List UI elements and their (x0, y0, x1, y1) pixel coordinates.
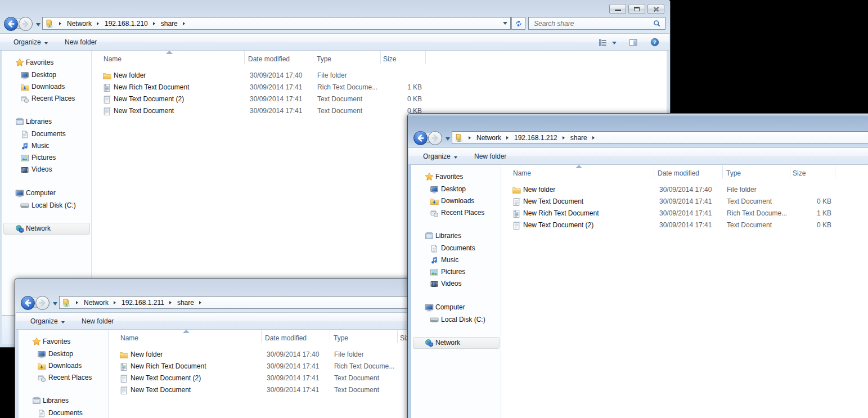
col-size[interactable]: Size (383, 55, 396, 63)
nav-Recent Places[interactable]: Recent Places (19, 372, 108, 384)
nav-Pictures[interactable]: Pictures (411, 267, 501, 278)
refresh[interactable] (511, 17, 525, 30)
nav-Documents[interactable]: Documents (19, 408, 108, 418)
back[interactable] (4, 17, 18, 31)
nav-Local Disk (C:)[interactable]: Local Disk (C:) (2, 200, 91, 212)
file-New folder[interactable]: New folder30/09/2014 17:40File folder (502, 185, 868, 196)
organize[interactable]: Organize (30, 317, 58, 325)
address-bar[interactable]: Network192.168.1.210share (42, 17, 511, 30)
new-folder[interactable]: New folder (474, 152, 506, 160)
nav-Computer[interactable]: Computer (411, 302, 501, 314)
nav-Local Disk (C:)[interactable]: Local Disk (C:) (411, 314, 501, 326)
crumb-share[interactable]: share (161, 20, 178, 28)
back[interactable] (413, 131, 428, 145)
nav-pane: Favorites Desktop Downloads Recent Place… (19, 330, 109, 418)
nav-Recent Places[interactable]: Recent Places (411, 208, 501, 219)
back[interactable] (21, 296, 35, 310)
nav-pane: Favorites Desktop Downloads Recent Place… (411, 165, 501, 418)
desktop: Network192.168.1.210share Search share O… (0, 0, 868, 418)
file-list: Name Date modified Type Size New folder3… (502, 165, 868, 418)
organize[interactable]: Organize (423, 152, 451, 160)
nav-Pictures[interactable]: Pictures (2, 152, 91, 164)
nav-Documents[interactable]: Documents (2, 129, 91, 141)
nav-Recent Places[interactable]: Recent Places (2, 93, 91, 105)
new-folder[interactable]: New folder (82, 317, 114, 325)
crumb-share[interactable]: share (570, 134, 587, 142)
nav-Videos[interactable]: Videos (2, 164, 91, 176)
col-type[interactable]: Type (317, 55, 331, 63)
toolbar: Organize New folder ? (0, 33, 669, 51)
forward[interactable] (19, 17, 33, 31)
nav-Favorites[interactable]: Favorites (2, 57, 91, 69)
nav-Network[interactable]: Network (2, 223, 91, 235)
nav-Favorites[interactable]: Favorites (19, 336, 108, 348)
crumb-share[interactable]: share (177, 299, 194, 307)
forward[interactable] (35, 296, 50, 310)
new-folder[interactable]: New folder (65, 38, 97, 46)
nav-Libraries[interactable]: Libraries (411, 230, 501, 242)
col-size[interactable]: Size (793, 169, 806, 177)
file-New Text Document (2)[interactable]: New Text Document (2)30/09/2014 17:41Tex… (92, 94, 667, 106)
address-bar[interactable]: Network192.168.1.212share (452, 131, 868, 144)
nav-Documents[interactable]: Documents (411, 243, 501, 255)
file-New Text Document[interactable]: New Text Document30/09/2014 17:41Text Do… (502, 196, 868, 208)
explorer-192.168.1.212: Network192.168.1.212share Search share O… (407, 113, 868, 418)
nav-Downloads[interactable]: Downloads (19, 361, 108, 372)
nav-Videos[interactable]: Videos (411, 278, 501, 290)
nav-Music[interactable]: Music (411, 255, 501, 267)
nav-Network[interactable]: Network (411, 338, 501, 349)
nav-Desktop[interactable]: Desktop (19, 349, 108, 361)
crumb-ip[interactable]: 192.168.1.211 (122, 299, 164, 307)
col-type[interactable]: Type (726, 169, 741, 177)
nav-Downloads[interactable]: Downloads (411, 196, 501, 208)
nav-Desktop[interactable]: Desktop (411, 184, 501, 196)
file-New Rich Text Document[interactable]: New Rich Text Document30/09/2014 17:41Ri… (502, 208, 868, 220)
file-New folder[interactable]: New folder30/09/2014 17:40File folder (92, 70, 667, 82)
svg-text:?: ? (653, 39, 656, 45)
col-name[interactable]: Name (120, 334, 138, 342)
nav-Favorites[interactable]: Favorites (411, 171, 501, 183)
forward[interactable] (428, 131, 442, 145)
toolbar: Organize New folder ? (408, 147, 868, 165)
col-name[interactable]: Name (513, 169, 531, 177)
crumb-network[interactable]: Network (67, 20, 92, 28)
col-date[interactable]: Date modified (265, 334, 307, 342)
crumb-ip[interactable]: 192.168.1.212 (514, 134, 557, 142)
close[interactable] (647, 4, 664, 14)
nav-Desktop[interactable]: Desktop (2, 70, 91, 82)
crumb-ip[interactable]: 192.168.1.210 (105, 20, 148, 28)
titlebar: Network192.168.1.210share Search share (0, 0, 670, 33)
col-date[interactable]: Date modified (658, 169, 699, 177)
crumb-network[interactable]: Network (476, 134, 501, 142)
crumb-network[interactable]: Network (84, 299, 109, 307)
file-New Rich Text Document[interactable]: New Rich Text Document30/09/2014 17:41Ri… (92, 82, 667, 94)
file-New Text Document (2)[interactable]: New Text Document (2)30/09/2014 17:41Tex… (502, 220, 868, 232)
col-type[interactable]: Type (334, 334, 348, 342)
nav-Libraries[interactable]: Libraries (2, 116, 91, 128)
maximize[interactable] (628, 4, 645, 14)
nav-Music[interactable]: Music (2, 141, 91, 152)
column-headers: Name Date modified Type Size (92, 51, 667, 65)
column-headers: Name Date modified Type Size (502, 165, 868, 179)
nav-Libraries[interactable]: Libraries (19, 395, 108, 407)
organize[interactable]: Organize (14, 38, 41, 46)
nav-Computer[interactable]: Computer (2, 188, 91, 200)
titlebar: Network192.168.1.212share Search share (408, 114, 868, 147)
col-name[interactable]: Name (104, 55, 122, 63)
col-date[interactable]: Date modified (248, 55, 290, 63)
minimize[interactable] (609, 4, 626, 14)
search-box[interactable]: Search share (528, 17, 665, 30)
nav-pane: Favorites Desktop Downloads Recent Place… (2, 51, 92, 315)
nav-Downloads[interactable]: Downloads (2, 82, 91, 93)
